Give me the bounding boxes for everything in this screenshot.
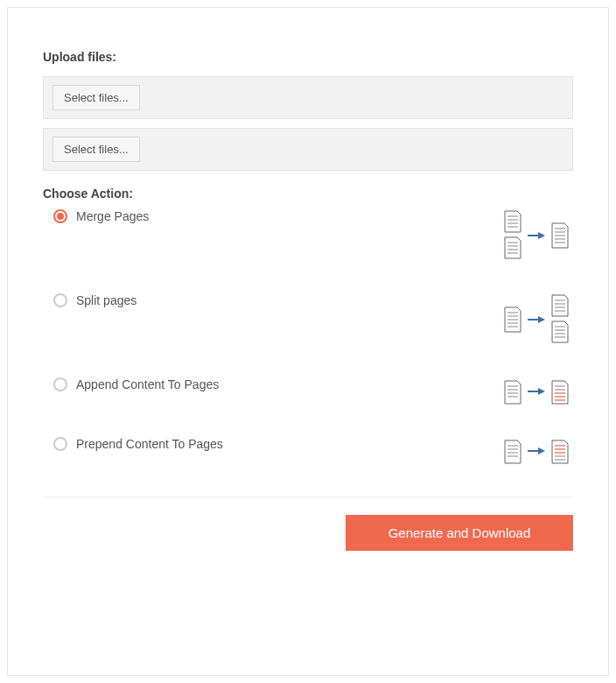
svg-marker-32 bbox=[538, 388, 545, 395]
split-icon bbox=[503, 293, 573, 351]
divider bbox=[43, 496, 573, 497]
upload-row-2: Select files... bbox=[43, 128, 573, 171]
action-label-split: Split pages bbox=[76, 293, 136, 307]
upload-label: Upload files: bbox=[43, 50, 573, 64]
action-row-split: Split pages bbox=[53, 293, 573, 351]
merge-icon bbox=[503, 209, 573, 267]
svg-marker-42 bbox=[538, 447, 545, 454]
svg-marker-19 bbox=[538, 316, 545, 323]
svg-marker-8 bbox=[538, 232, 545, 239]
select-files-button-1[interactable]: Select files... bbox=[52, 85, 140, 110]
form-panel: Upload files: Select files... Select fil… bbox=[7, 7, 609, 676]
prepend-icon bbox=[503, 437, 573, 470]
action-row-append: Append Content To Pages bbox=[53, 377, 573, 411]
radio-split[interactable] bbox=[53, 293, 67, 307]
upload-row-1: Select files... bbox=[43, 76, 573, 119]
action-label-prepend: Prepend Content To Pages bbox=[76, 437, 223, 451]
action-list: Merge Pages bbox=[43, 209, 573, 470]
radio-merge[interactable] bbox=[53, 209, 67, 223]
action-label-append: Append Content To Pages bbox=[76, 377, 219, 391]
radio-prepend[interactable] bbox=[53, 437, 67, 451]
action-option-merge[interactable]: Merge Pages bbox=[53, 209, 149, 223]
radio-append[interactable] bbox=[53, 377, 67, 391]
submit-row: Generate and Download bbox=[43, 515, 573, 551]
action-row-prepend: Prepend Content To Pages bbox=[53, 437, 573, 470]
action-option-append[interactable]: Append Content To Pages bbox=[53, 377, 219, 391]
choose-action-label: Choose Action: bbox=[43, 187, 573, 201]
generate-download-button[interactable]: Generate and Download bbox=[346, 515, 573, 551]
action-row-merge: Merge Pages bbox=[53, 209, 573, 267]
action-option-split[interactable]: Split pages bbox=[53, 293, 136, 307]
action-label-merge: Merge Pages bbox=[76, 209, 149, 223]
select-files-button-2[interactable]: Select files... bbox=[52, 137, 140, 162]
append-icon bbox=[503, 377, 573, 411]
action-option-prepend[interactable]: Prepend Content To Pages bbox=[53, 437, 223, 451]
